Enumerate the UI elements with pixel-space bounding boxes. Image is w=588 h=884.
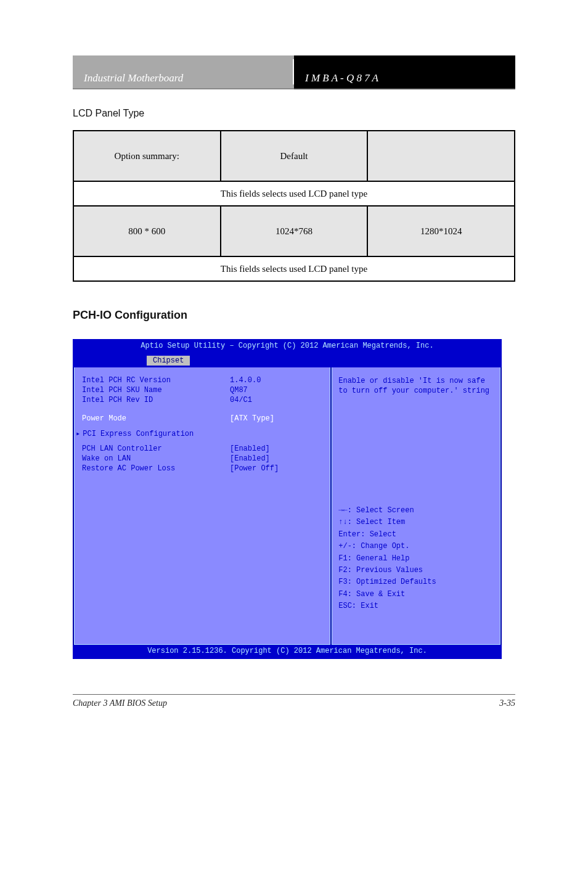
bios-label: Power Mode [82, 414, 230, 423]
bios-help-line: +/-: Change Opt. [338, 541, 494, 552]
bios-info-row: Intel PCH RC Version 1.4.0.0 [82, 376, 322, 385]
bios-body: Intel PCH RC Version 1.4.0.0 Intel PCH S… [73, 367, 502, 645]
bios-label: Intel PCH Rev ID [82, 396, 230, 404]
bios-key-legend: →←: Select Screen ↑↓: Select Item Enter:… [338, 505, 494, 612]
header-right-title: I M B A - Q 8 7 A [294, 55, 515, 89]
table-cell: Default [221, 131, 368, 181]
bios-label: PCH LAN Controller [82, 444, 230, 453]
bios-label: Wake on LAN [82, 454, 230, 463]
table-cell [367, 131, 515, 181]
table-header-row: Option summary: Default [73, 131, 515, 181]
page-footer: Chapter 3 AMI BIOS Setup 3-35 [73, 694, 515, 708]
bios-help-line: F3: Optimized Defaults [338, 577, 494, 587]
bios-help-line: ↑↓: Select Item [338, 517, 494, 528]
footer-chapter: Chapter 3 AMI BIOS Setup [73, 698, 294, 708]
bios-setting-row[interactable]: PCH LAN Controller [Enabled] [82, 444, 322, 453]
bios-label: Restore AC Power Loss [82, 464, 230, 473]
bios-left-panel: Intel PCH RC Version 1.4.0.0 Intel PCH S… [74, 367, 330, 645]
bios-help-line: F4: Save & Exit [338, 589, 494, 600]
bios-section-heading: PCH-IO Configuration [73, 309, 515, 322]
bios-footer-bar: Version 2.15.1236. Copyright (C) 2012 Am… [73, 645, 502, 659]
table-cell: 800 * 600 [73, 206, 221, 256]
page-header: Industrial Motherboard I M B A - Q 8 7 A [73, 55, 515, 89]
bios-value: 1.4.0.0 [230, 376, 261, 385]
bios-value: [Enabled] [230, 444, 270, 453]
bios-section: PCH-IO Configuration Aptio Setup Utility… [73, 309, 515, 658]
option-summary-table: Option summary: Default This fields sele… [73, 130, 515, 282]
bios-help-line: Enter: Select [338, 530, 494, 540]
bios-help-line: F1: General Help [338, 554, 494, 564]
bios-help-line: →←: Select Screen [338, 505, 494, 516]
table-cell: This fields selects used LCD panel type [73, 181, 515, 206]
bios-value: QM87 [230, 386, 248, 395]
header-left-title: Industrial Motherboard [73, 55, 294, 89]
lcd-panel-type-heading: LCD Panel Type [73, 108, 515, 119]
bios-help-line: F2: Previous Values [338, 565, 494, 576]
submenu-arrow-icon: ▸ [76, 430, 80, 438]
bios-info-row: Intel PCH Rev ID 04/C1 [82, 396, 322, 404]
bios-title-bar: Aptio Setup Utility – Copyright (C) 2012… [73, 339, 502, 354]
bios-label: Intel PCH SKU Name [82, 386, 230, 395]
bios-screenshot: Aptio Setup Utility – Copyright (C) 2012… [73, 339, 502, 658]
bios-help-text: Enable or disable 'It is now safe to tur… [338, 376, 494, 505]
bios-tab-chipset[interactable]: Chipset [147, 356, 190, 366]
table-cell: 1280*1024 [367, 206, 515, 256]
table-desc-row-2: This fields selects used LCD panel type [73, 256, 515, 281]
bios-info-row: Intel PCH SKU Name QM87 [82, 386, 322, 395]
bios-setting-row[interactable]: Wake on LAN [Enabled] [82, 454, 322, 463]
bios-help-line: ESC: Exit [338, 601, 494, 612]
bios-power-mode-row[interactable]: Power Mode [ATX Type] [82, 414, 322, 423]
table-cell: 1024*768 [221, 206, 368, 256]
bios-value: [ATX Type] [230, 414, 274, 423]
bios-tab-row: Chipset [73, 354, 502, 367]
bios-value: [Power Off] [230, 464, 279, 473]
footer-page-number: 3-35 [294, 698, 515, 708]
bios-setting-row[interactable]: Restore AC Power Loss [Power Off] [82, 464, 322, 473]
bios-pci-express-submenu[interactable]: ▸PCI Express Configuration [82, 429, 322, 438]
bios-submenu-label: PCI Express Configuration [83, 430, 194, 438]
table-cell: Option summary: [73, 131, 221, 181]
table-cell: This fields selects used LCD panel type [73, 256, 515, 281]
bios-value: 04/C1 [230, 396, 252, 404]
bios-value: [Enabled] [230, 454, 270, 463]
table-options-row: 800 * 600 1024*768 1280*1024 [73, 206, 515, 256]
table-desc-row: This fields selects used LCD panel type [73, 181, 515, 206]
main-content: LCD Panel Type Option summary: Default T… [73, 108, 515, 658]
bios-right-panel: Enable or disable 'It is now safe to tur… [332, 367, 500, 645]
bios-label: Intel PCH RC Version [82, 376, 230, 385]
